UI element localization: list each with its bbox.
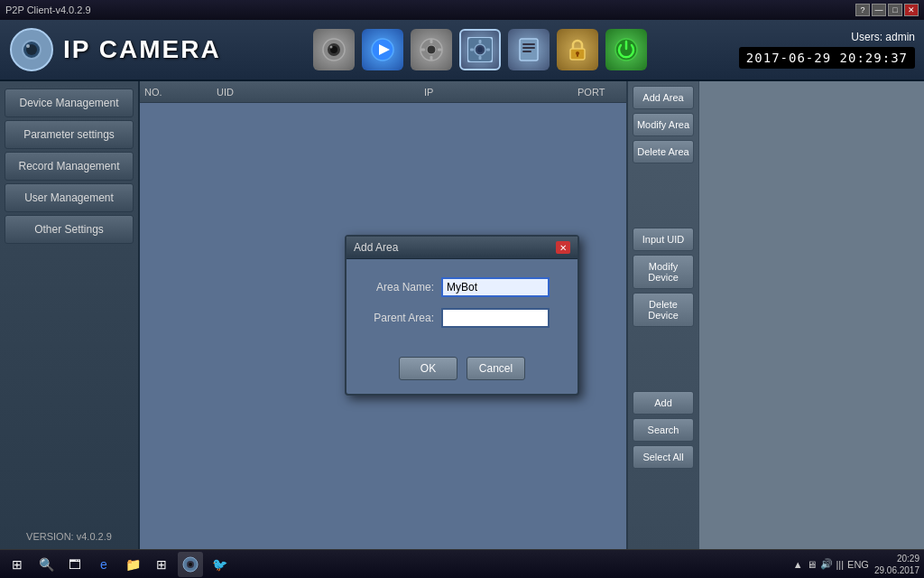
search-button[interactable]: Search <box>633 418 694 442</box>
col-port-header: PORT <box>578 87 622 98</box>
svg-rect-13 <box>430 56 432 61</box>
parent-area-label: Parent Area: <box>360 312 441 324</box>
ok-button[interactable]: OK <box>399 357 457 380</box>
sidebar: Device Management Parameter settings Rec… <box>0 81 140 549</box>
table-header: NO. UID IP PORT <box>140 81 626 103</box>
taskbar-right: ▲ 🖥 🔊 ||| ENG 20:29 29.06.2017 <box>793 553 919 576</box>
add-area-button[interactable]: Add Area <box>633 86 694 109</box>
taskbar: ⊞ 🔍 🗔 e 📁 ⊞ 🐦 ▲ 🖥 🔊 ||| ENG 20:29 29.06.… <box>0 549 924 578</box>
start-button[interactable]: ⊞ <box>5 552 30 577</box>
sidebar-menu: Device Management Parameter settings Rec… <box>0 86 138 247</box>
modal-body: Area Name: Parent Area: <box>346 259 578 357</box>
taskbar-time: 20:29 <box>874 553 919 564</box>
svg-rect-25 <box>522 47 535 49</box>
svg-point-3 <box>26 44 30 48</box>
svg-rect-14 <box>420 49 425 51</box>
col-no-header: NO. <box>144 87 217 98</box>
cancel-button[interactable]: Cancel <box>467 357 525 380</box>
toolbar <box>313 29 647 70</box>
svg-point-11 <box>427 45 436 54</box>
area-name-label: Area Name: <box>360 281 441 294</box>
modal-title: Add Area <box>354 241 398 254</box>
lang-label: ENG <box>847 559 869 570</box>
sidebar-item-parameter-settings[interactable]: Parameter settings <box>5 120 134 149</box>
lock-toolbar-icon[interactable] <box>557 29 598 70</box>
tray-arrow-icon[interactable]: ▲ <box>793 559 803 570</box>
svg-point-7 <box>329 46 332 49</box>
svg-point-33 <box>189 563 192 566</box>
help-button[interactable]: ? <box>855 4 870 16</box>
user-datetime: Users: admin 2017-06-29 20:29:37 <box>739 31 915 69</box>
modal-close-button[interactable]: ✕ <box>556 241 570 254</box>
sidebar-item-other-settings[interactable]: Other Settings <box>5 215 134 244</box>
area-name-row: Area Name: <box>360 277 564 297</box>
modify-area-button[interactable]: Modify Area <box>633 113 694 136</box>
taskbar-clock: 20:29 29.06.2017 <box>874 553 919 576</box>
svg-rect-22 <box>486 49 490 51</box>
sound-icon[interactable]: 🔊 <box>820 558 833 570</box>
titlebar-controls: ? — □ ✕ <box>855 4 919 16</box>
svg-rect-20 <box>478 56 481 60</box>
edge-icon[interactable]: e <box>91 552 116 577</box>
svg-rect-24 <box>522 43 535 45</box>
camera-logo-icon <box>9 27 54 72</box>
play-toolbar-icon[interactable] <box>362 29 403 70</box>
area-name-input[interactable] <box>441 277 550 297</box>
taskbar-date: 29.06.2017 <box>874 564 919 576</box>
windows-store-icon[interactable]: ⊞ <box>149 552 174 577</box>
svg-point-18 <box>477 47 483 52</box>
svg-rect-26 <box>522 51 531 52</box>
parent-area-row: Parent Area: <box>360 308 564 328</box>
tray-icons: ▲ 🖥 🔊 ||| ENG <box>793 558 869 570</box>
svg-rect-23 <box>520 39 538 61</box>
parent-area-input[interactable] <box>441 308 550 328</box>
col-uid-header: UID <box>217 87 424 98</box>
header: IP CAMERA <box>0 20 924 81</box>
titlebar: P2P Client-v4.0.2.9 ? — □ ✕ <box>0 0 924 20</box>
network-icon[interactable]: 🖥 <box>807 559 817 570</box>
datetime-display: 2017-06-29 20:29:37 <box>739 47 915 69</box>
search-taskbar-icon[interactable]: 🔍 <box>33 552 59 577</box>
docs-toolbar-icon[interactable] <box>508 29 550 70</box>
modify-device-button[interactable]: Modify Device <box>633 255 694 289</box>
sidebar-item-record-management[interactable]: Record Management <box>5 152 134 181</box>
sidebar-item-device-management[interactable]: Device Management <box>5 89 134 117</box>
input-uid-button[interactable]: Input UID <box>633 228 694 251</box>
right-panel: Add Area Modify Area Delete Area Input U… <box>626 81 698 549</box>
delete-area-button[interactable]: Delete Area <box>633 140 694 163</box>
task-view-icon[interactable]: 🗔 <box>62 552 88 577</box>
version-label: VERSION: v4.0.2.9 <box>0 524 138 549</box>
delete-device-button[interactable]: Delete Device <box>633 293 694 327</box>
maximize-button[interactable]: □ <box>888 4 902 16</box>
col-ip-header: IP <box>424 87 578 98</box>
config-toolbar-icon[interactable] <box>459 29 501 70</box>
folder-icon[interactable]: 📁 <box>120 552 145 577</box>
logo-text: IP CAMERA <box>63 35 221 64</box>
logo-area: IP CAMERA <box>9 27 221 72</box>
add-button[interactable]: Add <box>633 391 694 415</box>
select-all-button[interactable]: Select All <box>633 445 694 469</box>
settings-toolbar-icon[interactable] <box>411 29 452 70</box>
add-area-modal: Add Area ✕ Area Name: Parent Area: OK Ca… <box>345 235 579 396</box>
far-right-panel <box>698 81 924 549</box>
sidebar-item-user-management[interactable]: User Management <box>5 183 134 212</box>
keyboard-icon: ||| <box>836 559 845 570</box>
user-info: Users: admin <box>739 31 915 43</box>
power-toolbar-icon[interactable] <box>605 29 647 70</box>
close-button[interactable]: ✕ <box>904 4 919 16</box>
modal-buttons: OK Cancel <box>346 357 578 394</box>
svg-rect-19 <box>478 40 481 43</box>
svg-rect-29 <box>577 53 578 57</box>
bird-icon[interactable]: 🐦 <box>207 552 232 577</box>
svg-rect-21 <box>470 49 474 51</box>
modal-titlebar: Add Area ✕ <box>346 237 578 259</box>
svg-rect-15 <box>438 49 442 51</box>
titlebar-title: P2P Client-v4.0.2.9 <box>5 5 91 15</box>
camera-toolbar-icon[interactable] <box>313 29 355 70</box>
svg-rect-12 <box>430 39 432 43</box>
minimize-button[interactable]: — <box>872 4 886 16</box>
camera-taskbar-icon[interactable] <box>178 552 203 577</box>
